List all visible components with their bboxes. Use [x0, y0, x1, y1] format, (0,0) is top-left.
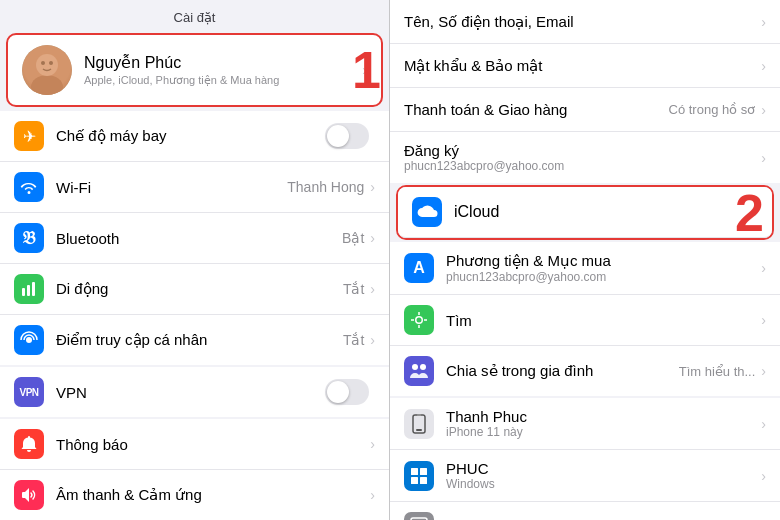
avatar-face [22, 45, 72, 95]
password-label: Mật khẩu & Bảo mật [404, 57, 761, 75]
wifi-icon [14, 172, 44, 202]
windows-device-icon [404, 461, 434, 491]
findmy-icon [404, 305, 434, 335]
airplane-item[interactable]: ✈ Chế độ máy bay [0, 111, 389, 162]
profile-name: Nguyễn Phúc [84, 53, 362, 72]
wifi-item[interactable]: Wi-Fi Thanh Hong › [0, 162, 389, 213]
avatar [22, 45, 72, 95]
iphone-device-label: Thanh Phuc [446, 408, 761, 425]
profile-chevron: › [362, 62, 367, 78]
windows-device-item[interactable]: PHUC Windows › [390, 450, 780, 502]
family-item[interactable]: Chia sẻ trong gia đình Tìm hiểu th... › [390, 346, 780, 396]
profile-card[interactable]: Nguyễn Phúc Apple, iCloud, Phương tiện &… [6, 33, 383, 107]
right-devices-group: Thanh Phuc iPhone 11 này › PHUC Windows … [390, 398, 780, 520]
wifi-value: Thanh Hong [287, 179, 364, 195]
windows-device-sub: Windows [446, 477, 761, 491]
svg-rect-6 [27, 285, 30, 296]
appstore-icon: A [404, 253, 434, 283]
profile-info: Nguyễn Phúc Apple, iCloud, Phương tiện &… [84, 53, 362, 87]
number-2-badge: 2 [735, 187, 764, 239]
family-label: Chia sẻ trong gia đình [446, 362, 593, 379]
password-chevron: › [761, 58, 766, 74]
bluetooth-icon: 𝔅 [14, 223, 44, 253]
airplane-toggle[interactable] [325, 123, 369, 149]
cellular-icon [14, 274, 44, 304]
subscription-item[interactable]: Đăng ký phucn123abcpro@yahoo.com › [390, 132, 780, 183]
right-panel: Tên, Số điện thoại, Email › Mật khẩu & B… [390, 0, 780, 520]
svg-rect-16 [411, 468, 418, 475]
sounds-item[interactable]: Âm thanh & Cảm ứng › [0, 470, 389, 520]
ipad-device-item[interactable]: Phuc's iPad › [390, 502, 780, 520]
svg-rect-5 [22, 288, 25, 296]
hotspot-item[interactable]: Điểm truy cập cá nhân Tắt › [0, 315, 389, 365]
icloud-item[interactable]: iCloud › [398, 187, 772, 238]
left-header: Cài đặt [0, 0, 389, 31]
svg-rect-18 [411, 477, 418, 484]
family-value: Tìm hiểu th... [679, 364, 756, 379]
notifications-icon [14, 429, 44, 459]
media-chevron: › [761, 260, 766, 276]
svg-rect-17 [420, 468, 427, 475]
phone-email-label: Tên, Số điện thoại, Email [404, 13, 761, 31]
right-top-group: Tên, Số điện thoại, Email › Mật khẩu & B… [390, 0, 780, 183]
svg-point-1 [31, 75, 63, 95]
vpn-toggle[interactable] [325, 379, 369, 405]
notifications-item[interactable]: Thông báo › [0, 419, 389, 470]
vpn-label: VPN [56, 384, 325, 401]
payment-label: Thanh toán & Giao hàng [404, 101, 669, 118]
svg-point-11 [412, 364, 418, 370]
payment-value: Có trong hồ sơ [669, 102, 756, 117]
ipad-device-icon [404, 512, 434, 520]
hotspot-icon [14, 325, 44, 355]
cellular-label: Di động [56, 280, 343, 298]
subscription-chevron: › [761, 150, 766, 166]
family-chevron: › [761, 363, 766, 379]
sounds-icon [14, 480, 44, 510]
profile-sub: Apple, iCloud, Phương tiện & Mua hàng [84, 74, 362, 87]
wifi-label: Wi-Fi [56, 179, 287, 196]
media-item[interactable]: A Phương tiện & Mục mua phucn123abcpro@y… [390, 242, 780, 295]
svg-point-12 [420, 364, 426, 370]
findmy-chevron: › [761, 312, 766, 328]
iphone-device-item[interactable]: Thanh Phuc iPhone 11 này › [390, 398, 780, 450]
cellular-item[interactable]: Di động Tắt › [0, 264, 389, 315]
findmy-item[interactable]: Tìm › [390, 295, 780, 346]
icloud-icon [412, 197, 442, 227]
vpn-item[interactable]: VPN VPN [0, 367, 389, 417]
icloud-label: iCloud [454, 203, 753, 221]
right-middle-group: A Phương tiện & Mục mua phucn123abcpro@y… [390, 242, 780, 396]
svg-rect-19 [420, 477, 427, 484]
settings-group-vpn: VPN VPN [0, 367, 389, 417]
bluetooth-item[interactable]: 𝔅 Bluetooth Bật › [0, 213, 389, 264]
bluetooth-value: Bật [342, 230, 364, 246]
bluetooth-label: Bluetooth [56, 230, 342, 247]
svg-rect-14 [416, 429, 422, 431]
phone-email-item[interactable]: Tên, Số điện thoại, Email › [390, 0, 780, 44]
phone-email-chevron: › [761, 14, 766, 30]
windows-device-chevron: › [761, 468, 766, 484]
settings-group-3: Thông báo › Âm thanh & Cảm ứng › 🌙 Không… [0, 419, 389, 520]
bluetooth-chevron: › [370, 230, 375, 246]
family-icon [404, 356, 434, 386]
airplane-label: Chế độ máy bay [56, 127, 325, 145]
windows-device-label: PHUC [446, 460, 761, 477]
cellular-value: Tắt [343, 281, 364, 297]
icloud-container: iCloud › 2 [396, 185, 774, 240]
payment-item[interactable]: Thanh toán & Giao hàng Có trong hồ sơ › [390, 88, 780, 132]
hotspot-label: Điểm truy cập cá nhân [56, 331, 343, 349]
hotspot-chevron: › [370, 332, 375, 348]
subscription-label: Đăng ký [404, 142, 761, 159]
hotspot-value: Tắt [343, 332, 364, 348]
notifications-label: Thông báo [56, 436, 370, 453]
airplane-icon: ✈ [14, 121, 44, 151]
svg-point-4 [49, 61, 53, 65]
vpn-icon: VPN [14, 377, 44, 407]
password-item[interactable]: Mật khẩu & Bảo mật › [390, 44, 780, 88]
notifications-chevron: › [370, 436, 375, 452]
svg-point-3 [41, 61, 45, 65]
sounds-label: Âm thanh & Cảm ứng [56, 486, 370, 504]
cellular-chevron: › [370, 281, 375, 297]
wifi-chevron: › [370, 179, 375, 195]
svg-point-8 [26, 337, 32, 343]
iphone-device-sub: iPhone 11 này [446, 425, 761, 439]
